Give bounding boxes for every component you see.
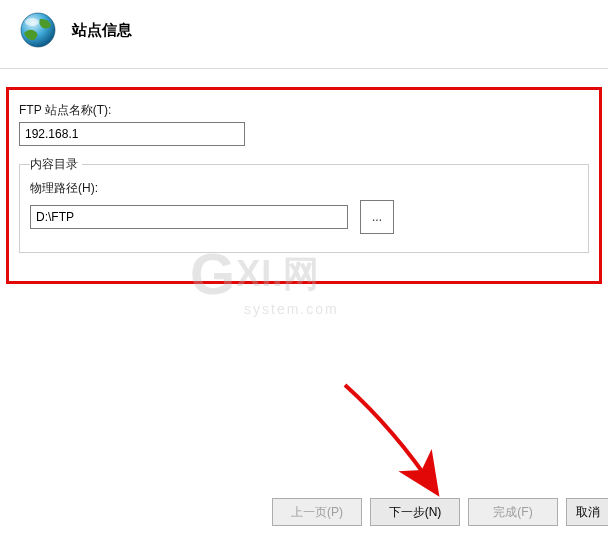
next-button[interactable]: 下一步(N) [370,498,460,526]
svg-point-0 [21,13,55,47]
cancel-button[interactable]: 取消 [566,498,608,526]
finish-button: 完成(F) [468,498,558,526]
content-dir-group: 内容目录 物理路径(H): ... [19,164,589,253]
site-name-label: FTP 站点名称(T): [19,102,589,119]
dialog-header: 站点信息 [0,0,608,69]
physical-path-input[interactable] [30,205,348,229]
page-title: 站点信息 [72,21,132,40]
svg-point-1 [25,18,39,26]
browse-button[interactable]: ... [360,200,394,234]
wizard-footer: 上一页(P) 下一步(N) 完成(F) 取消 [272,498,608,526]
prev-button: 上一页(P) [272,498,362,526]
content-dir-legend: 内容目录 [30,156,82,173]
content-area: FTP 站点名称(T): 内容目录 物理路径(H): ... [0,69,608,294]
physical-path-label: 物理路径(H): [30,180,578,197]
site-name-input[interactable] [19,122,245,146]
globe-icon [18,10,58,50]
ellipsis-icon: ... [372,210,382,224]
highlight-box: FTP 站点名称(T): 内容目录 物理路径(H): ... [6,87,602,284]
